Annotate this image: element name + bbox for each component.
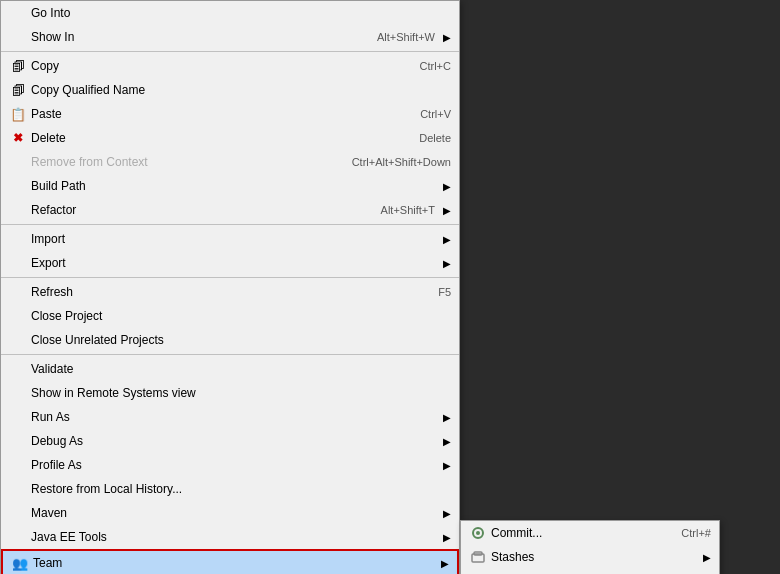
refactor-arrow: ▶ (443, 205, 451, 216)
menu-item-restore-history[interactable]: Restore from Local History... (1, 477, 459, 501)
stashes-label: Stashes (491, 550, 695, 564)
maven-icon (9, 504, 27, 522)
separator-1 (1, 51, 459, 52)
maven-label: Maven (31, 506, 435, 520)
export-icon (9, 254, 27, 272)
validate-label: Validate (31, 362, 451, 376)
team-arrow: ▶ (441, 558, 449, 569)
delete-shortcut: Delete (419, 132, 451, 144)
close-project-icon (9, 307, 27, 325)
team-submenu: Commit... Ctrl+# Stashes ▶ Push to Upstr… (460, 520, 720, 574)
profile-as-label: Profile As (31, 458, 435, 472)
menu-item-refresh[interactable]: Refresh F5 (1, 280, 459, 304)
paste-label: Paste (31, 107, 400, 121)
separator-3 (1, 277, 459, 278)
import-icon (9, 230, 27, 248)
javaee-tools-arrow: ▶ (443, 532, 451, 543)
show-in-label: Show In (31, 30, 357, 44)
run-as-arrow: ▶ (443, 412, 451, 423)
import-arrow: ▶ (443, 234, 451, 245)
delete-icon: ✖ (9, 129, 27, 147)
team-icon: 👥 (11, 554, 29, 572)
show-in-arrow: ▶ (443, 32, 451, 43)
refresh-icon (9, 283, 27, 301)
menu-item-javaee-tools[interactable]: Java EE Tools ▶ (1, 525, 459, 549)
commit-label: Commit... (491, 526, 661, 540)
close-unrelated-label: Close Unrelated Projects (31, 333, 451, 347)
menu-item-refactor[interactable]: Refactor Alt+Shift+T ▶ (1, 198, 459, 222)
restore-history-label: Restore from Local History... (31, 482, 451, 496)
refactor-label: Refactor (31, 203, 361, 217)
refresh-shortcut: F5 (438, 286, 451, 298)
import-label: Import (31, 232, 435, 246)
menu-item-validate[interactable]: Validate (1, 357, 459, 381)
menu-item-copy-qualified[interactable]: 🗐 Copy Qualified Name (1, 78, 459, 102)
export-label: Export (31, 256, 435, 270)
export-arrow: ▶ (443, 258, 451, 269)
commit-shortcut: Ctrl+# (681, 527, 711, 539)
javaee-tools-icon (9, 528, 27, 546)
debug-as-icon (9, 432, 27, 450)
go-into-icon (9, 4, 27, 22)
menu-item-close-project[interactable]: Close Project (1, 304, 459, 328)
stashes-icon (469, 548, 487, 566)
menu-item-team[interactable]: 👥 Team ▶ (1, 549, 459, 574)
menu-item-import[interactable]: Import ▶ (1, 227, 459, 251)
copy-label: Copy (31, 59, 400, 73)
profile-as-icon (9, 456, 27, 474)
debug-as-label: Debug As (31, 434, 435, 448)
refresh-label: Refresh (31, 285, 418, 299)
close-unrelated-icon (9, 331, 27, 349)
menu-item-paste[interactable]: 📋 Paste Ctrl+V (1, 102, 459, 126)
menu-item-build-path[interactable]: Build Path ▶ (1, 174, 459, 198)
menu-item-show-remote[interactable]: Show in Remote Systems view (1, 381, 459, 405)
copy-qualified-label: Copy Qualified Name (31, 83, 431, 97)
refactor-shortcut: Alt+Shift+T (381, 204, 435, 216)
show-remote-label: Show in Remote Systems view (31, 386, 451, 400)
copy-shortcut: Ctrl+C (420, 60, 451, 72)
menu-item-show-in[interactable]: Show In Alt+Shift+W ▶ (1, 25, 459, 49)
run-as-icon (9, 408, 27, 426)
menu-item-delete[interactable]: ✖ Delete Delete (1, 126, 459, 150)
svg-point-1 (476, 531, 480, 535)
paste-shortcut: Ctrl+V (420, 108, 451, 120)
run-as-label: Run As (31, 410, 435, 424)
remove-context-icon (9, 153, 27, 171)
separator-4 (1, 354, 459, 355)
show-in-shortcut: Alt+Shift+W (377, 31, 435, 43)
show-remote-icon (9, 384, 27, 402)
menu-item-maven[interactable]: Maven ▶ (1, 501, 459, 525)
go-into-label: Go Into (31, 6, 431, 20)
delete-label: Delete (31, 131, 399, 145)
commit-icon (469, 524, 487, 542)
copy-icon: 🗐 (9, 57, 27, 75)
show-in-icon (9, 28, 27, 46)
build-path-icon (9, 177, 27, 195)
menu-item-run-as[interactable]: Run As ▶ (1, 405, 459, 429)
refactor-icon (9, 201, 27, 219)
menu-item-profile-as[interactable]: Profile As ▶ (1, 453, 459, 477)
build-path-arrow: ▶ (443, 181, 451, 192)
stashes-arrow: ▶ (703, 552, 711, 563)
primary-context-menu: Go Into Show In Alt+Shift+W ▶ 🗐 Copy Ctr… (0, 0, 460, 574)
team-menu-commit[interactable]: Commit... Ctrl+# (461, 521, 719, 545)
build-path-label: Build Path (31, 179, 435, 193)
debug-as-arrow: ▶ (443, 436, 451, 447)
team-label: Team (33, 556, 433, 570)
menu-item-go-into[interactable]: Go Into (1, 1, 459, 25)
menu-item-debug-as[interactable]: Debug As ▶ (1, 429, 459, 453)
menu-item-copy[interactable]: 🗐 Copy Ctrl+C (1, 54, 459, 78)
menu-item-close-unrelated[interactable]: Close Unrelated Projects (1, 328, 459, 352)
close-project-label: Close Project (31, 309, 451, 323)
menu-item-export[interactable]: Export ▶ (1, 251, 459, 275)
validate-icon (9, 360, 27, 378)
restore-history-icon (9, 480, 27, 498)
maven-arrow: ▶ (443, 508, 451, 519)
javaee-tools-label: Java EE Tools (31, 530, 435, 544)
copy-qualified-icon: 🗐 (9, 81, 27, 99)
paste-icon: 📋 (9, 105, 27, 123)
separator-2 (1, 224, 459, 225)
team-menu-push-upstream[interactable]: Push to Upstream (461, 569, 719, 574)
team-menu-stashes[interactable]: Stashes ▶ (461, 545, 719, 569)
menu-item-remove-context[interactable]: Remove from Context Ctrl+Alt+Shift+Down (1, 150, 459, 174)
